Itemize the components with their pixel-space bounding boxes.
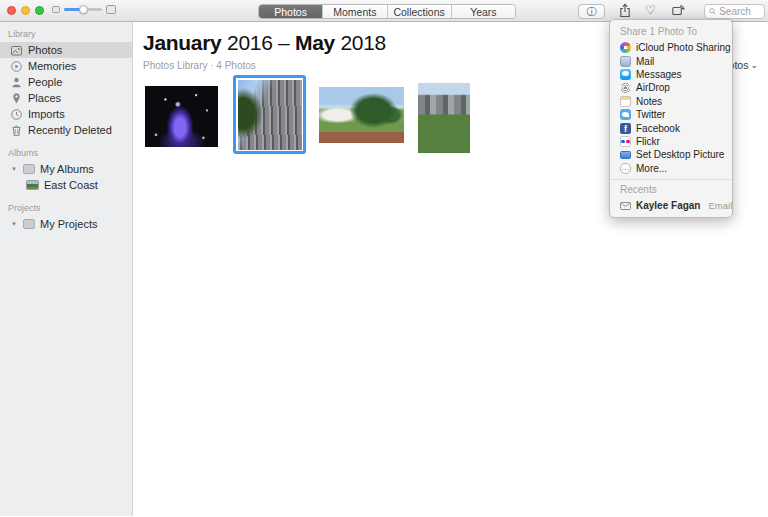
title-month-end: May — [295, 31, 335, 54]
chevron-down-icon: ⌄ — [750, 60, 758, 70]
photo-thumbnail-city-skyline[interactable] — [418, 83, 470, 153]
notes-icon — [620, 96, 631, 107]
sidebar-item-photos[interactable]: Photos — [0, 42, 132, 58]
zoom-slider[interactable] — [64, 5, 102, 14]
thumbnail-zoom-control — [52, 5, 116, 14]
share-button[interactable] — [619, 3, 631, 18]
view-segmented-control: Photos Moments Collections Years — [258, 4, 516, 19]
minimize-window-button[interactable] — [21, 6, 30, 15]
favorite-button[interactable]: ♡ — [645, 4, 656, 16]
photo-thumbnail-white-house[interactable] — [319, 87, 404, 143]
info-icon: ⓘ — [587, 5, 597, 19]
large-thumbnails-icon — [106, 5, 116, 14]
share-item-icloud-photo-sharing[interactable]: iCloud Photo Sharing — [610, 41, 732, 54]
rotate-icon — [671, 3, 685, 17]
share-item-set-desktop-picture[interactable]: Set Desktop Picture — [610, 148, 732, 161]
sidebar-item-label: Imports — [28, 108, 65, 120]
share-icon — [619, 3, 631, 18]
sidebar-item-label: Photos — [28, 44, 62, 56]
sidebar-item-east-coast[interactable]: East Coast — [0, 177, 132, 193]
sidebar-item-recently-deleted[interactable]: Recently Deleted — [0, 122, 132, 138]
more-icon: … — [620, 163, 631, 174]
mail-icon — [620, 56, 631, 67]
small-thumbnails-icon — [52, 6, 60, 13]
disclosure-triangle-icon[interactable]: ▾ — [10, 220, 18, 228]
tab-collections[interactable]: Collections — [387, 5, 451, 18]
sidebar-item-label: Memories — [28, 60, 76, 72]
zoom-slider-thumb[interactable] — [79, 5, 88, 14]
sidebar-item-places[interactable]: Places — [0, 90, 132, 106]
album-thumbnail-icon — [26, 180, 39, 190]
sidebar-item-label: East Coast — [44, 179, 98, 191]
photo-thumbnail-fireworks[interactable] — [145, 86, 218, 147]
recents-header: Recents — [610, 183, 732, 199]
places-icon — [10, 92, 23, 105]
info-button[interactable]: ⓘ — [578, 4, 605, 19]
close-window-button[interactable] — [7, 6, 16, 15]
share-item-flickr[interactable]: Flickr — [610, 135, 732, 148]
rotate-button[interactable] — [671, 3, 685, 17]
people-icon — [10, 76, 23, 89]
share-item-airdrop[interactable]: AirDrop — [610, 81, 732, 94]
share-item-messages[interactable]: Messages — [610, 68, 732, 81]
memories-icon — [10, 60, 23, 73]
envelope-icon — [620, 202, 631, 210]
sidebar-item-label: People — [28, 76, 62, 88]
project-folder-icon — [23, 219, 35, 229]
sidebar-item-label: Recently Deleted — [28, 124, 112, 136]
sidebar-section-projects: Projects — [0, 203, 132, 216]
share-item-mail[interactable]: Mail — [610, 54, 732, 67]
desktop-picture-icon — [620, 151, 631, 159]
share-menu: Share 1 Photo To iCloud Photo Sharing Ma… — [609, 19, 733, 218]
album-folder-icon — [23, 164, 35, 174]
facebook-icon: f — [620, 123, 631, 134]
title-month-start: January — [143, 31, 221, 54]
photos-dropdown-fragment[interactable]: otos ⌄ — [729, 59, 758, 71]
share-menu-header: Share 1 Photo To — [610, 20, 732, 41]
tab-moments[interactable]: Moments — [322, 5, 386, 18]
search-field[interactable] — [704, 4, 765, 19]
imports-icon — [10, 108, 23, 121]
share-item-notes[interactable]: Notes — [610, 95, 732, 108]
search-icon — [709, 7, 716, 16]
sidebar: Library Photos Memories People — [0, 22, 133, 516]
sidebar-section-library: Library — [0, 29, 132, 42]
sidebar-item-label: My Projects — [40, 218, 97, 230]
sidebar-item-my-albums[interactable]: ▾ My Albums — [0, 161, 132, 177]
trash-icon — [10, 124, 23, 137]
share-item-more[interactable]: … More... — [610, 162, 732, 175]
share-item-twitter[interactable]: Twitter — [610, 108, 732, 121]
airdrop-icon — [620, 82, 631, 93]
share-item-facebook[interactable]: f Facebook — [610, 121, 732, 134]
photo-thumbnail-building-image — [238, 80, 302, 150]
tab-photos[interactable]: Photos — [259, 5, 322, 18]
photos-icon — [10, 44, 23, 57]
sidebar-item-my-projects[interactable]: ▾ My Projects — [0, 216, 132, 232]
share-recent-kaylee-fagan-email[interactable]: Kaylee FaganEmail — [610, 199, 732, 212]
sidebar-item-people[interactable]: People — [0, 74, 132, 90]
window-controls — [7, 6, 44, 15]
menu-separator — [611, 179, 731, 180]
sidebar-item-memories[interactable]: Memories — [0, 58, 132, 74]
title-year-end: 2018 — [340, 31, 386, 54]
sidebar-section-albums: Albums — [0, 148, 132, 161]
photos-app-window: Photos Moments Collections Years ⓘ ♡ — [0, 0, 768, 517]
icloud-photo-sharing-icon — [620, 42, 631, 53]
sidebar-item-imports[interactable]: Imports — [0, 106, 132, 122]
twitter-icon — [620, 109, 631, 120]
moment-subtitle: Photos Library · 4 Photos — [143, 60, 256, 71]
title-year-start: 2016 – — [227, 31, 289, 54]
zoom-window-button[interactable] — [35, 6, 44, 15]
search-input[interactable] — [719, 6, 760, 17]
flickr-icon — [620, 136, 631, 147]
sidebar-item-label: Places — [28, 92, 61, 104]
heart-icon: ♡ — [645, 4, 656, 16]
disclosure-triangle-icon[interactable]: ▾ — [10, 165, 18, 173]
messages-icon — [620, 69, 631, 80]
photo-thumbnail-building-selected[interactable] — [233, 75, 306, 154]
tab-years[interactable]: Years — [451, 5, 515, 18]
sidebar-item-label: My Albums — [40, 163, 94, 175]
